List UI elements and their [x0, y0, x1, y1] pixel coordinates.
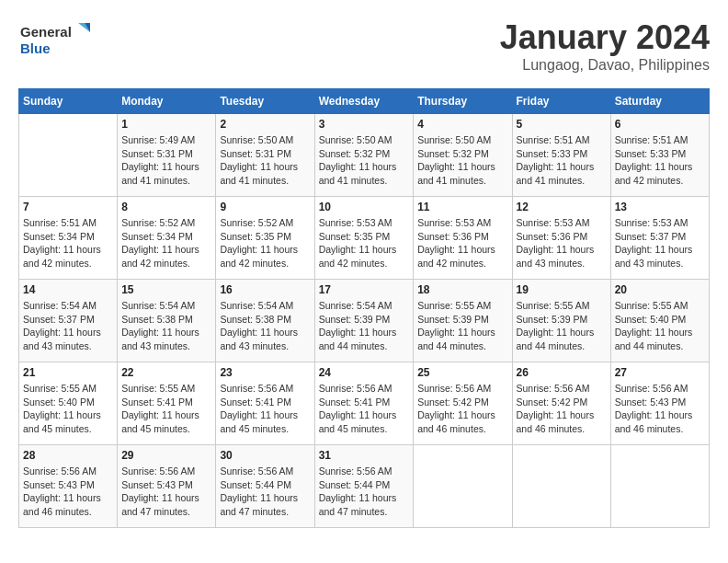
- day-info: Sunrise: 5:56 AMSunset: 5:42 PMDaylight:…: [417, 382, 507, 436]
- day-info: Sunrise: 5:52 AMSunset: 5:34 PMDaylight:…: [121, 216, 211, 270]
- day-number: 5: [517, 118, 607, 131]
- svg-text:Blue: Blue: [20, 40, 51, 56]
- day-cell: 5Sunrise: 5:51 AMSunset: 5:33 PMDaylight…: [512, 114, 610, 197]
- day-number: 7: [23, 201, 113, 213]
- day-info: Sunrise: 5:53 AMSunset: 5:37 PMDaylight:…: [615, 216, 705, 270]
- day-info: Sunrise: 5:53 AMSunset: 5:35 PMDaylight:…: [319, 216, 410, 270]
- day-cell: 4Sunrise: 5:50 AMSunset: 5:32 PMDaylight…: [414, 114, 512, 197]
- calendar-body: 1Sunrise: 5:49 AMSunset: 5:31 PMDaylight…: [19, 114, 710, 528]
- title-block: January 2024 Lungaog, Davao, Philippines: [500, 18, 710, 74]
- day-info: Sunrise: 5:50 AMSunset: 5:32 PMDaylight:…: [417, 133, 507, 188]
- day-info: Sunrise: 5:51 AMSunset: 5:33 PMDaylight:…: [615, 133, 705, 188]
- day-cell: [414, 445, 512, 528]
- day-info: Sunrise: 5:53 AMSunset: 5:36 PMDaylight:…: [417, 216, 507, 270]
- weekday-header-tuesday: Tuesday: [216, 89, 314, 114]
- day-cell: 14Sunrise: 5:54 AMSunset: 5:37 PMDayligh…: [19, 280, 118, 362]
- day-number: 31: [319, 449, 410, 462]
- week-row-3: 14Sunrise: 5:54 AMSunset: 5:37 PMDayligh…: [19, 280, 710, 362]
- day-number: 27: [615, 366, 705, 379]
- day-cell: 12Sunrise: 5:53 AMSunset: 5:36 PMDayligh…: [512, 197, 610, 280]
- day-info: Sunrise: 5:49 AMSunset: 5:31 PMDaylight:…: [121, 133, 211, 188]
- day-cell: 25Sunrise: 5:56 AMSunset: 5:42 PMDayligh…: [414, 362, 512, 445]
- weekday-header-friday: Friday: [512, 89, 610, 114]
- day-number: 24: [319, 366, 410, 379]
- day-cell: 6Sunrise: 5:51 AMSunset: 5:33 PMDaylight…: [610, 114, 709, 197]
- day-number: 11: [417, 201, 507, 213]
- day-cell: 22Sunrise: 5:55 AMSunset: 5:41 PMDayligh…: [118, 362, 216, 445]
- day-info: Sunrise: 5:56 AMSunset: 5:44 PMDaylight:…: [220, 465, 310, 519]
- day-number: 2: [220, 118, 310, 131]
- day-cell: 7Sunrise: 5:51 AMSunset: 5:34 PMDaylight…: [19, 197, 118, 280]
- page-header: General Blue January 2024 Lungaog, Davao…: [18, 18, 710, 74]
- day-info: Sunrise: 5:52 AMSunset: 5:35 PMDaylight:…: [220, 216, 310, 270]
- month-title: January 2024: [500, 18, 710, 57]
- day-cell: 29Sunrise: 5:56 AMSunset: 5:43 PMDayligh…: [118, 445, 216, 528]
- day-cell: 10Sunrise: 5:53 AMSunset: 5:35 PMDayligh…: [314, 197, 414, 280]
- day-cell: 13Sunrise: 5:53 AMSunset: 5:37 PMDayligh…: [610, 197, 709, 280]
- day-number: 18: [417, 283, 507, 296]
- day-number: 3: [319, 118, 410, 131]
- week-row-5: 28Sunrise: 5:56 AMSunset: 5:43 PMDayligh…: [19, 445, 710, 528]
- day-number: 1: [121, 118, 211, 131]
- weekday-header-saturday: Saturday: [610, 89, 709, 114]
- weekday-header-thursday: Thursday: [414, 89, 512, 114]
- day-number: 21: [23, 366, 113, 379]
- day-number: 16: [220, 283, 310, 296]
- calendar-header: SundayMondayTuesdayWednesdayThursdayFrid…: [19, 89, 710, 114]
- day-cell: 31Sunrise: 5:56 AMSunset: 5:44 PMDayligh…: [314, 445, 414, 528]
- day-info: Sunrise: 5:56 AMSunset: 5:44 PMDaylight:…: [319, 465, 410, 519]
- day-cell: 26Sunrise: 5:56 AMSunset: 5:42 PMDayligh…: [512, 362, 610, 445]
- day-cell: [19, 114, 118, 197]
- day-cell: [610, 445, 709, 528]
- day-info: Sunrise: 5:50 AMSunset: 5:32 PMDaylight:…: [319, 133, 410, 188]
- day-info: Sunrise: 5:51 AMSunset: 5:33 PMDaylight:…: [517, 133, 607, 188]
- weekday-row: SundayMondayTuesdayWednesdayThursdayFrid…: [19, 89, 710, 114]
- day-number: 30: [220, 449, 310, 462]
- day-info: Sunrise: 5:56 AMSunset: 5:42 PMDaylight:…: [517, 382, 607, 436]
- day-cell: 18Sunrise: 5:55 AMSunset: 5:39 PMDayligh…: [414, 280, 512, 362]
- day-cell: 21Sunrise: 5:55 AMSunset: 5:40 PMDayligh…: [19, 362, 118, 445]
- day-info: Sunrise: 5:54 AMSunset: 5:38 PMDaylight:…: [121, 299, 211, 353]
- day-cell: 30Sunrise: 5:56 AMSunset: 5:44 PMDayligh…: [216, 445, 314, 528]
- day-cell: 17Sunrise: 5:54 AMSunset: 5:39 PMDayligh…: [314, 280, 414, 362]
- location: Lungaog, Davao, Philippines: [500, 57, 710, 74]
- day-number: 8: [121, 201, 211, 213]
- day-number: 26: [517, 366, 607, 379]
- day-info: Sunrise: 5:56 AMSunset: 5:43 PMDaylight:…: [23, 465, 113, 519]
- day-cell: 11Sunrise: 5:53 AMSunset: 5:36 PMDayligh…: [414, 197, 512, 280]
- day-number: 4: [417, 118, 507, 131]
- day-info: Sunrise: 5:54 AMSunset: 5:37 PMDaylight:…: [23, 299, 113, 353]
- week-row-1: 1Sunrise: 5:49 AMSunset: 5:31 PMDaylight…: [19, 114, 710, 197]
- calendar-table: SundayMondayTuesdayWednesdayThursdayFrid…: [18, 88, 710, 528]
- week-row-4: 21Sunrise: 5:55 AMSunset: 5:40 PMDayligh…: [19, 362, 710, 445]
- day-cell: 27Sunrise: 5:56 AMSunset: 5:43 PMDayligh…: [610, 362, 709, 445]
- day-number: 17: [319, 283, 410, 296]
- logo-svg: General Blue: [18, 18, 92, 60]
- day-number: 22: [121, 366, 211, 379]
- day-info: Sunrise: 5:54 AMSunset: 5:38 PMDaylight:…: [220, 299, 310, 353]
- day-cell: 2Sunrise: 5:50 AMSunset: 5:31 PMDaylight…: [216, 114, 314, 197]
- day-number: 28: [23, 449, 113, 462]
- day-info: Sunrise: 5:56 AMSunset: 5:41 PMDaylight:…: [319, 382, 410, 436]
- day-cell: 1Sunrise: 5:49 AMSunset: 5:31 PMDaylight…: [118, 114, 216, 197]
- day-cell: 23Sunrise: 5:56 AMSunset: 5:41 PMDayligh…: [216, 362, 314, 445]
- day-number: 13: [615, 201, 705, 213]
- day-cell: 9Sunrise: 5:52 AMSunset: 5:35 PMDaylight…: [216, 197, 314, 280]
- day-info: Sunrise: 5:50 AMSunset: 5:31 PMDaylight:…: [220, 133, 310, 188]
- day-number: 12: [517, 201, 607, 213]
- week-row-2: 7Sunrise: 5:51 AMSunset: 5:34 PMDaylight…: [19, 197, 710, 280]
- day-cell: 16Sunrise: 5:54 AMSunset: 5:38 PMDayligh…: [216, 280, 314, 362]
- day-info: Sunrise: 5:51 AMSunset: 5:34 PMDaylight:…: [23, 216, 113, 270]
- day-number: 20: [615, 283, 705, 296]
- day-info: Sunrise: 5:55 AMSunset: 5:40 PMDaylight:…: [615, 299, 705, 353]
- day-cell: 8Sunrise: 5:52 AMSunset: 5:34 PMDaylight…: [118, 197, 216, 280]
- day-number: 19: [517, 283, 607, 296]
- day-cell: 28Sunrise: 5:56 AMSunset: 5:43 PMDayligh…: [19, 445, 118, 528]
- day-number: 15: [121, 283, 211, 296]
- day-number: 23: [220, 366, 310, 379]
- logo: General Blue: [18, 18, 92, 60]
- day-number: 10: [319, 201, 410, 213]
- day-info: Sunrise: 5:55 AMSunset: 5:39 PMDaylight:…: [517, 299, 607, 353]
- day-info: Sunrise: 5:53 AMSunset: 5:36 PMDaylight:…: [517, 216, 607, 270]
- weekday-header-monday: Monday: [118, 89, 216, 114]
